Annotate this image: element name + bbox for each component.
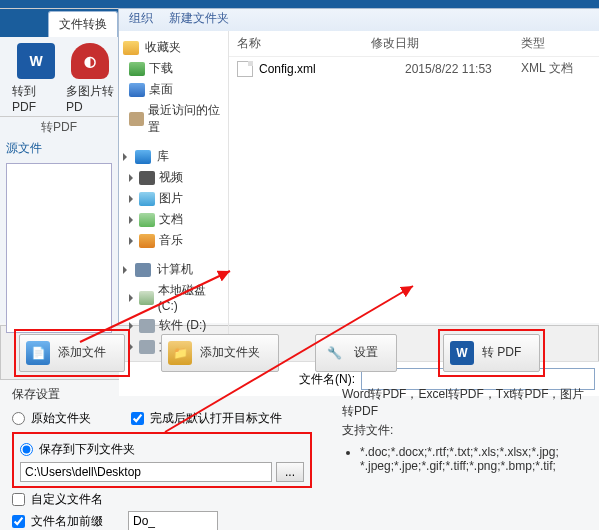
nav-recent[interactable]: 最近访问的位置 <box>129 100 224 138</box>
nav-drive-c[interactable]: 本地磁盘 (C:) <box>129 280 224 315</box>
xml-file-icon <box>237 61 253 77</box>
col-name[interactable]: 名称 <box>237 35 331 52</box>
word-icon: W <box>450 341 474 365</box>
check-custom-name[interactable]: 自定义文件名 <box>12 491 312 508</box>
toolbar-new-folder[interactable]: 新建文件夹 <box>169 10 229 27</box>
file-type: XML 文档 <box>521 60 591 77</box>
drive-icon <box>139 319 155 333</box>
save-path-input[interactable] <box>20 462 272 482</box>
file-plus-icon: 📄 <box>26 341 50 365</box>
radio-original-folder[interactable]: 原始文件夹 <box>12 410 91 427</box>
ribbon-to-pdf-label: 转到 PDF <box>12 83 60 114</box>
add-file-label: 添加文件 <box>58 344 106 361</box>
desktop-icon <box>129 83 145 97</box>
browse-button[interactable]: ... <box>276 462 304 482</box>
info-support-label: 支持文件: <box>342 422 587 439</box>
nav-downloads[interactable]: 下载 <box>129 58 224 79</box>
nav-documents[interactable]: 文档 <box>129 209 224 230</box>
nav-drive-d[interactable]: 软件 (D:) <box>129 315 224 336</box>
convert-pdf-button[interactable]: W 转 PDF <box>443 334 540 372</box>
dialog-nav-tree[interactable]: 收藏夹 下载 桌面 最近访问的位置 库 视频 图片 文档 音乐 计算机 本地磁盘… <box>119 31 229 361</box>
music-icon <box>139 234 155 248</box>
computer-icon <box>135 263 151 277</box>
check-open-after[interactable]: 完成后默认打开目标文件 <box>131 410 282 427</box>
info-ext-1: *.doc;*.docx;*.rtf;*.txt;*.xls;*.xlsx;*.… <box>360 445 559 459</box>
recent-icon <box>129 112 144 126</box>
drive-icon <box>139 291 154 305</box>
convert-pdf-label: 转 PDF <box>482 344 521 361</box>
add-folder-button[interactable]: 📁 添加文件夹 <box>161 334 279 372</box>
col-date[interactable]: 修改日期 <box>371 35 481 52</box>
ribbon-to-pdf[interactable]: W 转到 PDF <box>12 43 60 114</box>
add-file-button[interactable]: 📄 添加文件 <box>19 334 125 372</box>
image-icon: ◐ <box>71 43 109 79</box>
nav-music[interactable]: 音乐 <box>129 230 224 251</box>
file-row[interactable]: Config.xml 2015/8/22 11:53 XML 文档 <box>229 57 599 80</box>
drive-icon <box>139 340 155 354</box>
info-ext-2: *.jpeg;*.jpe;*.gif;*.tiff;*.png;*.bmp;*.… <box>360 459 556 473</box>
document-icon <box>139 213 155 227</box>
filename-label: 文件名(N): <box>299 371 355 388</box>
ribbon-img-to-pdf[interactable]: ◐ 多图片转PD <box>66 43 114 114</box>
source-files-label: 源文件 <box>0 136 118 161</box>
prefix-input[interactable] <box>128 511 218 530</box>
nav-favorites[interactable]: 收藏夹 <box>145 39 181 56</box>
source-files-list[interactable] <box>6 163 112 333</box>
nav-video[interactable]: 视频 <box>129 167 224 188</box>
library-icon <box>135 150 151 164</box>
ribbon-img-label: 多图片转PD <box>66 83 114 114</box>
tab-file-convert[interactable]: 文件转换 <box>48 11 118 37</box>
file-name: Config.xml <box>259 62 316 76</box>
nav-libraries[interactable]: 库 <box>157 148 169 165</box>
save-settings-title: 保存设置 <box>12 386 312 403</box>
info-conversions: Word转PDF，Excel转PDF，Txt转PDF，图片转PDF <box>342 386 587 420</box>
radio-save-to-folder[interactable]: 保存到下列文件夹 <box>20 441 304 458</box>
nav-pictures[interactable]: 图片 <box>129 188 224 209</box>
video-icon <box>139 171 155 185</box>
download-icon <box>129 62 145 76</box>
check-prefix[interactable]: 文件名加前缀 <box>12 513 122 530</box>
settings-label: 设置 <box>354 344 378 361</box>
star-icon <box>123 41 139 55</box>
file-open-dialog: 组织 新建文件夹 收藏夹 下载 桌面 最近访问的位置 库 视频 图片 文档 音乐… <box>118 8 599 323</box>
folder-plus-icon: 📁 <box>168 341 192 365</box>
nav-desktop[interactable]: 桌面 <box>129 79 224 100</box>
add-folder-label: 添加文件夹 <box>200 344 260 361</box>
word-icon: W <box>17 43 55 79</box>
info-panel: Word转PDF，Excel转PDF，Txt转PDF，图片转PDF 支持文件: … <box>336 386 587 530</box>
nav-computer[interactable]: 计算机 <box>157 261 193 278</box>
file-date: 2015/8/22 11:53 <box>405 62 515 76</box>
ribbon-group-label: 转PDF <box>0 119 118 136</box>
settings-button[interactable]: 🔧 设置 <box>315 334 397 372</box>
toolbar-organize[interactable]: 组织 <box>129 10 153 27</box>
picture-icon <box>139 192 155 206</box>
gear-icon: 🔧 <box>322 341 346 365</box>
col-type[interactable]: 类型 <box>521 35 591 52</box>
